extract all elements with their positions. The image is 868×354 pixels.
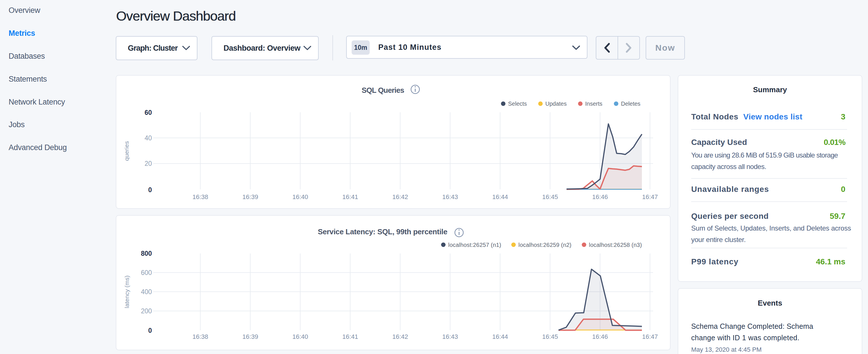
svg-text:16:42: 16:42	[392, 333, 408, 340]
svg-text:16:39: 16:39	[242, 333, 258, 340]
svg-text:200: 200	[141, 307, 152, 315]
svg-text:localhost:26259 (n2): localhost:26259 (n2)	[518, 242, 571, 248]
svg-text:SQL Queries: SQL Queries	[362, 86, 404, 95]
svg-text:16:40: 16:40	[292, 333, 308, 340]
svg-text:400: 400	[141, 288, 152, 296]
svg-text:latency (ms): latency (ms)	[124, 276, 130, 308]
svg-text:0: 0	[148, 327, 152, 334]
svg-text:16:38: 16:38	[192, 333, 208, 340]
svg-text:Service Latency: SQL, 99th per: Service Latency: SQL, 99th percentile	[318, 227, 447, 236]
svg-text:Selects: Selects	[508, 100, 527, 107]
svg-text:16:38: 16:38	[192, 193, 208, 200]
svg-text:16:43: 16:43	[442, 333, 458, 340]
svg-text:localhost:26258 (n3): localhost:26258 (n3)	[589, 242, 642, 248]
svg-text:16:47: 16:47	[642, 193, 658, 200]
svg-text:16:39: 16:39	[242, 193, 258, 200]
svg-text:16:45: 16:45	[542, 193, 558, 200]
svg-text:16:40: 16:40	[292, 193, 308, 200]
svg-text:16:47: 16:47	[642, 333, 658, 340]
svg-text:16:41: 16:41	[342, 333, 358, 340]
svg-text:16:44: 16:44	[492, 333, 508, 340]
svg-text:0: 0	[148, 186, 152, 194]
svg-text:16:44: 16:44	[492, 193, 508, 200]
svg-text:localhost:26257 (n1): localhost:26257 (n1)	[448, 242, 501, 248]
svg-text:20: 20	[145, 160, 152, 167]
svg-text:Deletes: Deletes	[621, 100, 641, 107]
svg-text:16:46: 16:46	[592, 193, 608, 200]
svg-text:16:42: 16:42	[392, 193, 408, 200]
svg-text:600: 600	[141, 269, 152, 277]
svg-text:Updates: Updates	[545, 100, 567, 107]
svg-text:16:43: 16:43	[442, 193, 458, 200]
svg-text:16:45: 16:45	[542, 333, 558, 340]
svg-text:800: 800	[141, 250, 152, 257]
svg-text:60: 60	[145, 109, 152, 116]
svg-text:Inserts: Inserts	[585, 100, 602, 107]
svg-text:16:41: 16:41	[342, 193, 358, 200]
svg-text:40: 40	[145, 134, 152, 142]
svg-text:queries: queries	[123, 141, 130, 161]
svg-text:16:46: 16:46	[592, 333, 608, 340]
